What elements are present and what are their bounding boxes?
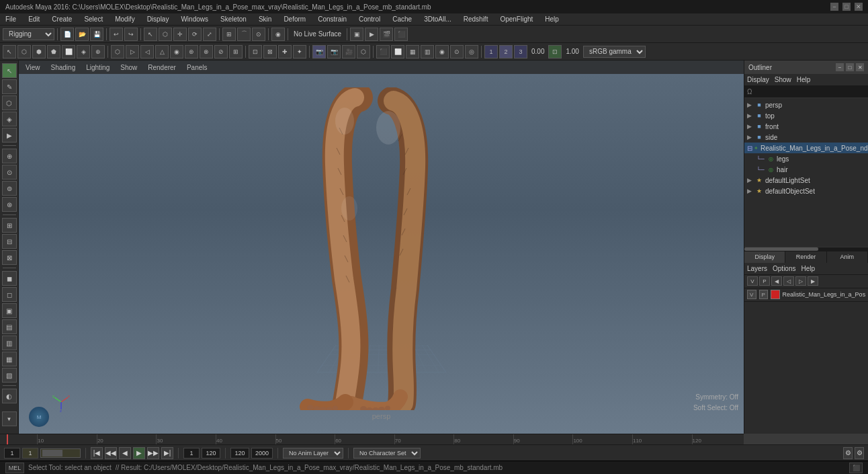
menu-skin[interactable]: Skin: [256, 15, 274, 23]
menu-modify[interactable]: Modify: [112, 15, 137, 23]
display6-button[interactable]: ⊙: [450, 45, 464, 58]
snap3-button[interactable]: ⊠: [2, 250, 17, 265]
help-menu[interactable]: Help: [801, 265, 815, 272]
history-button[interactable]: ◉: [271, 28, 285, 41]
outliner-close-button[interactable]: ✕: [856, 63, 864, 71]
tool14-button[interactable]: ⊗: [200, 45, 213, 58]
panels-tab[interactable]: Panels: [183, 61, 212, 73]
menu-3dtoall[interactable]: 3DtoAll...: [421, 15, 454, 23]
joint-button[interactable]: ⊙: [2, 165, 17, 180]
play-button[interactable]: ▶: [133, 447, 145, 459]
menu-openflight[interactable]: OpenFlight: [497, 15, 535, 23]
menu-edit[interactable]: Edit: [26, 15, 42, 23]
layers-menu[interactable]: Layers: [747, 265, 767, 272]
display-left6-button[interactable]: ▦: [2, 352, 17, 366]
outliner-help-menu[interactable]: Help: [797, 76, 811, 83]
anim-layer-dropdown[interactable]: No Anim Layer: [283, 448, 343, 459]
menu-display[interactable]: Display: [144, 15, 172, 23]
tool3-button[interactable]: ⬢: [32, 45, 46, 58]
display4-button[interactable]: ▥: [421, 45, 434, 58]
layer-playback-button[interactable]: P: [759, 290, 769, 299]
colorspace-dropdown[interactable]: sRGB gamma: [583, 46, 646, 58]
hypershade-button[interactable]: ⬛: [394, 28, 408, 41]
tree-legs[interactable]: └─ ◎ legs: [744, 153, 868, 164]
snap1-button[interactable]: ⊞: [2, 218, 17, 233]
menu-skeleton[interactable]: Skeleton: [218, 15, 249, 23]
minimize-button[interactable]: −: [830, 3, 838, 11]
next-frame-button[interactable]: ▶▶: [147, 447, 159, 459]
manip-button[interactable]: ⊕: [2, 149, 17, 163]
menu-create[interactable]: Create: [49, 15, 75, 23]
view-tab[interactable]: View: [21, 61, 44, 73]
display-left4-button[interactable]: ▤: [2, 319, 17, 334]
range-bar[interactable]: [42, 450, 62, 457]
display5-button[interactable]: ◉: [435, 45, 449, 58]
ik-button[interactable]: ⊚: [2, 181, 17, 196]
tool4-button[interactable]: ⬟: [47, 45, 60, 58]
close-button[interactable]: ✕: [855, 3, 863, 11]
tool19-button[interactable]: ✚: [278, 45, 292, 58]
rotate-tool-button[interactable]: ⟳: [188, 28, 202, 41]
display-left5-button[interactable]: ▥: [2, 335, 17, 350]
camera3-button[interactable]: 🎥: [342, 45, 355, 58]
timeline[interactable]: 10 20 30 40 50 60 70 80 90 100 110 120: [0, 434, 744, 444]
tool11-button[interactable]: △: [155, 45, 169, 58]
res2-button[interactable]: 2: [499, 45, 513, 58]
tool20-button[interactable]: ✦: [293, 45, 306, 58]
menu-deform[interactable]: Deform: [281, 15, 308, 23]
tree-hair[interactable]: └─ ◎ hair: [744, 164, 868, 175]
expand-button[interactable]: ▼: [2, 411, 17, 426]
step-back-button[interactable]: ◀◀: [105, 447, 117, 459]
snap-point-button[interactable]: ⊙: [252, 28, 265, 41]
lighting-tab[interactable]: Lighting: [82, 61, 114, 73]
tool9-button[interactable]: ▷: [126, 45, 139, 58]
outliner-search[interactable]: [744, 86, 868, 98]
display-tab[interactable]: Display: [744, 251, 785, 263]
snap-curve-button[interactable]: ⌒: [237, 28, 251, 41]
show-tab[interactable]: Show: [116, 61, 141, 73]
tool17-button[interactable]: ⊡: [249, 45, 262, 58]
layer-anim-toggle[interactable]: ◀: [771, 276, 782, 286]
display1-button[interactable]: ⬛: [376, 45, 390, 58]
anim-start-field[interactable]: [230, 448, 249, 459]
sculpt-button[interactable]: ⬡: [2, 95, 17, 110]
tool13-button[interactable]: ⊛: [185, 45, 198, 58]
display3-button[interactable]: ▦: [406, 45, 419, 58]
tool1-button[interactable]: ↖: [3, 45, 16, 58]
outliner-minimize-button[interactable]: −: [836, 63, 844, 71]
char-set-dropdown[interactable]: No Character Set: [353, 448, 421, 459]
shading-tab[interactable]: Shading: [47, 61, 80, 73]
tool15-button[interactable]: ⊘: [214, 45, 228, 58]
layer-color-swatch[interactable]: [771, 290, 780, 299]
tree-persp[interactable]: ▶ ■ persp: [744, 100, 868, 110]
texture-button[interactable]: ◈: [2, 112, 17, 126]
scale-tool-button[interactable]: ⤢: [203, 28, 216, 41]
tree-realistic-man[interactable]: ⊟ ✦ Realistic_Man_Legs_in_a_Pose_nd1: [744, 143, 868, 153]
outliner-display-menu[interactable]: Display: [747, 76, 769, 83]
tree-side[interactable]: ▶ ■ side: [744, 132, 868, 143]
render-button[interactable]: 🎬: [380, 28, 393, 41]
display7-button[interactable]: ◎: [465, 45, 478, 58]
tree-defaultobjectset[interactable]: ▶ ★ defaultObjectSet: [744, 186, 868, 196]
open-file-button[interactable]: 📂: [75, 28, 89, 41]
menu-control[interactable]: Control: [356, 15, 383, 23]
tool7-button[interactable]: ⊕: [91, 45, 105, 58]
layer-back-btn[interactable]: ◁: [783, 276, 794, 286]
tree-top[interactable]: ▶ ■ top: [744, 110, 868, 121]
range-end-field[interactable]: [202, 448, 220, 459]
ipr-button[interactable]: ▶: [365, 28, 378, 41]
anim-end-field[interactable]: [251, 448, 273, 459]
layer-end-btn[interactable]: ▶: [808, 276, 818, 286]
display-left1-button[interactable]: ◼: [2, 271, 17, 286]
tool16-button[interactable]: ⊞: [229, 45, 243, 58]
res3-button[interactable]: 3: [514, 45, 527, 58]
tool12-button[interactable]: ◉: [170, 45, 183, 58]
snap-grid-button[interactable]: ⊞: [222, 28, 236, 41]
options-menu[interactable]: Options: [773, 265, 795, 272]
tool2-button[interactable]: ⬡: [17, 45, 31, 58]
menu-file[interactable]: File: [3, 15, 19, 23]
redo-button[interactable]: ↪: [124, 28, 138, 41]
display2-button[interactable]: ⬜: [391, 45, 404, 58]
save-file-button[interactable]: 💾: [90, 28, 103, 41]
skip-end-button[interactable]: ▶|: [161, 447, 173, 459]
